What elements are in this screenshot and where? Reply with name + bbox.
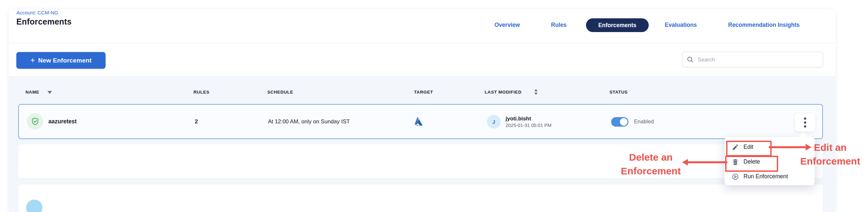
row-actions-button[interactable] bbox=[795, 113, 815, 132]
shield-check-icon bbox=[31, 117, 39, 126]
annotation-box-edit bbox=[726, 141, 772, 156]
modified-date: 2025-01-31 05:01 PM bbox=[505, 123, 551, 128]
annotation-line: Edit an bbox=[798, 141, 862, 154]
annotation-line: Enforcement bbox=[619, 164, 683, 178]
annotation-arrow-delete bbox=[688, 161, 727, 163]
column-header-status[interactable]: STATUS bbox=[610, 90, 628, 95]
arrow-left-icon bbox=[682, 159, 688, 165]
sort-asc-icon bbox=[534, 89, 537, 91]
enforcement-status-icon bbox=[26, 200, 42, 212]
annotation-line: Enforcement bbox=[798, 154, 862, 168]
column-header-name[interactable]: NAME bbox=[26, 90, 39, 95]
page-title: Enforcements bbox=[16, 17, 71, 26]
plus-icon: + bbox=[30, 56, 35, 64]
rules-count: 2 bbox=[195, 105, 198, 138]
column-header-last-modified[interactable]: LAST MODIFIED bbox=[485, 90, 522, 95]
enforcement-status-icon bbox=[27, 113, 43, 130]
enforcement-name: aazuretest bbox=[49, 105, 77, 138]
tab-recommendation-insights[interactable]: Recommendation Insights bbox=[728, 22, 800, 28]
table-row[interactable] bbox=[18, 185, 823, 212]
table-row[interactable]: aazuretest 2 At 12:00 AM, only on Sunday… bbox=[18, 104, 823, 139]
annotation-line: Delete an bbox=[619, 151, 683, 164]
column-header-rules[interactable]: RULES bbox=[193, 90, 210, 95]
status-label: Enabled bbox=[634, 105, 654, 138]
toggle-knob bbox=[620, 118, 628, 126]
kebab-icon bbox=[804, 117, 806, 128]
menu-caret bbox=[799, 132, 808, 137]
last-modified-cell: jyoti.bisht 2025-01-31 05:01 PM bbox=[505, 105, 551, 138]
avatar: J bbox=[487, 115, 501, 129]
sort-desc-icon bbox=[534, 92, 537, 95]
new-enforcement-button[interactable]: + New Enforcement bbox=[16, 52, 105, 69]
status-toggle[interactable] bbox=[611, 117, 628, 127]
annotation-text-edit: Edit an Enforcement bbox=[798, 141, 862, 168]
azure-icon bbox=[413, 117, 424, 127]
divider bbox=[9, 43, 835, 43]
search-input[interactable] bbox=[697, 56, 818, 63]
play-circle-icon bbox=[732, 173, 739, 180]
annotation-text-delete: Delete an Enforcement bbox=[619, 151, 683, 178]
account-breadcrumb[interactable]: Account: CCM-NG bbox=[16, 10, 58, 16]
tab-evaluations[interactable]: Evaluations bbox=[665, 22, 697, 28]
enforcements-page: Account: CCM-NG Enforcements Overview Ru… bbox=[0, 0, 868, 212]
menu-item-label: Run Enforcement bbox=[743, 173, 788, 180]
search-box[interactable] bbox=[682, 52, 823, 68]
column-header-schedule[interactable]: SCHEDULE bbox=[267, 90, 293, 95]
tab-rules[interactable]: Rules bbox=[551, 22, 567, 28]
column-header-target[interactable]: TARGET bbox=[414, 90, 433, 95]
new-enforcement-label: New Enforcement bbox=[38, 57, 92, 64]
tab-enforcements[interactable]: Enforcements bbox=[586, 18, 649, 32]
annotation-box-delete bbox=[725, 156, 778, 172]
sort-desc-icon bbox=[48, 91, 52, 94]
search-icon bbox=[687, 56, 693, 63]
tab-overview[interactable]: Overview bbox=[494, 22, 520, 28]
schedule-text: At 12:00 AM, only on Sunday IST bbox=[268, 105, 350, 138]
modified-by: jyoti.bisht bbox=[505, 115, 551, 122]
